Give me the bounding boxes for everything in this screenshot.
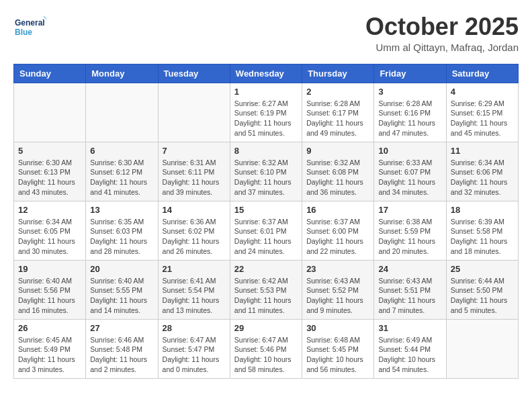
day-info: Sunrise: 6:43 AM Sunset: 5:52 PM Dayligh… <box>306 276 369 316</box>
day-info: Sunrise: 6:40 AM Sunset: 5:55 PM Dayligh… <box>90 276 153 316</box>
day-info: Sunrise: 6:31 AM Sunset: 6:11 PM Dayligh… <box>163 158 226 197</box>
weekday-header: Friday <box>374 64 446 83</box>
day-number: 27 <box>90 323 153 333</box>
day-info: Sunrise: 6:35 AM Sunset: 6:03 PM Dayligh… <box>90 217 153 257</box>
calendar-cell: 14Sunrise: 6:36 AM Sunset: 6:02 PM Dayli… <box>158 201 230 260</box>
calendar-cell: 21Sunrise: 6:41 AM Sunset: 5:54 PM Dayli… <box>158 260 230 319</box>
day-info: Sunrise: 6:46 AM Sunset: 5:48 PM Dayligh… <box>90 335 153 375</box>
day-number: 7 <box>163 146 226 156</box>
day-info: Sunrise: 6:45 AM Sunset: 5:49 PM Dayligh… <box>18 335 81 375</box>
calendar-cell: 20Sunrise: 6:40 AM Sunset: 5:55 PM Dayli… <box>86 260 158 319</box>
day-number: 20 <box>90 264 153 274</box>
day-number: 18 <box>451 205 514 215</box>
calendar-cell <box>86 83 158 142</box>
day-number: 31 <box>378 323 441 333</box>
calendar-cell <box>14 83 86 142</box>
weekday-header-row: SundayMondayTuesdayWednesdayThursdayFrid… <box>14 64 519 83</box>
calendar-cell: 9Sunrise: 6:32 AM Sunset: 6:08 PM Daylig… <box>302 142 374 201</box>
calendar-cell: 6Sunrise: 6:30 AM Sunset: 6:12 PM Daylig… <box>86 142 158 201</box>
calendar-cell: 3Sunrise: 6:28 AM Sunset: 6:16 PM Daylig… <box>374 83 446 142</box>
calendar-cell: 15Sunrise: 6:37 AM Sunset: 6:01 PM Dayli… <box>230 201 302 260</box>
weekday-header: Saturday <box>446 64 518 83</box>
day-info: Sunrise: 6:36 AM Sunset: 6:02 PM Dayligh… <box>163 217 226 257</box>
weekday-header: Tuesday <box>158 64 230 83</box>
calendar-week-row: 26Sunrise: 6:45 AM Sunset: 5:49 PM Dayli… <box>14 319 519 378</box>
day-info: Sunrise: 6:42 AM Sunset: 5:53 PM Dayligh… <box>234 276 298 316</box>
day-number: 1 <box>234 87 298 97</box>
calendar-cell: 4Sunrise: 6:29 AM Sunset: 6:15 PM Daylig… <box>446 83 518 142</box>
day-info: Sunrise: 6:30 AM Sunset: 6:12 PM Dayligh… <box>90 158 153 197</box>
location-title: Umm al Qittayn, Mafraq, Jordan <box>365 42 519 53</box>
day-info: Sunrise: 6:34 AM Sunset: 6:05 PM Dayligh… <box>18 217 81 257</box>
calendar-cell: 10Sunrise: 6:33 AM Sunset: 6:07 PM Dayli… <box>374 142 446 201</box>
calendar-cell: 8Sunrise: 6:32 AM Sunset: 6:10 PM Daylig… <box>230 142 302 201</box>
calendar-cell: 31Sunrise: 6:49 AM Sunset: 5:44 PM Dayli… <box>374 319 446 378</box>
day-info: Sunrise: 6:38 AM Sunset: 5:59 PM Dayligh… <box>378 217 441 257</box>
day-info: Sunrise: 6:27 AM Sunset: 6:19 PM Dayligh… <box>234 99 298 138</box>
day-info: Sunrise: 6:39 AM Sunset: 5:58 PM Dayligh… <box>451 217 514 257</box>
weekday-header: Wednesday <box>230 64 302 83</box>
day-info: Sunrise: 6:41 AM Sunset: 5:54 PM Dayligh… <box>163 276 226 316</box>
day-number: 16 <box>306 205 369 215</box>
calendar-cell: 19Sunrise: 6:40 AM Sunset: 5:56 PM Dayli… <box>14 260 86 319</box>
calendar-week-row: 1Sunrise: 6:27 AM Sunset: 6:19 PM Daylig… <box>14 83 519 142</box>
calendar-cell: 1Sunrise: 6:27 AM Sunset: 6:19 PM Daylig… <box>230 83 302 142</box>
day-number: 17 <box>378 205 441 215</box>
calendar-cell: 7Sunrise: 6:31 AM Sunset: 6:11 PM Daylig… <box>158 142 230 201</box>
day-info: Sunrise: 6:40 AM Sunset: 5:56 PM Dayligh… <box>18 276 81 316</box>
weekday-header: Thursday <box>302 64 374 83</box>
day-info: Sunrise: 6:49 AM Sunset: 5:44 PM Dayligh… <box>378 335 441 375</box>
day-number: 10 <box>378 146 441 156</box>
calendar-cell: 28Sunrise: 6:47 AM Sunset: 5:47 PM Dayli… <box>158 319 230 378</box>
day-info: Sunrise: 6:44 AM Sunset: 5:50 PM Dayligh… <box>451 276 514 316</box>
svg-text:General: General <box>15 18 45 28</box>
calendar-week-row: 19Sunrise: 6:40 AM Sunset: 5:56 PM Dayli… <box>14 260 519 319</box>
day-info: Sunrise: 6:34 AM Sunset: 6:06 PM Dayligh… <box>451 158 514 197</box>
day-number: 9 <box>306 146 369 156</box>
day-info: Sunrise: 6:30 AM Sunset: 6:13 PM Dayligh… <box>18 158 81 197</box>
day-info: Sunrise: 6:37 AM Sunset: 6:01 PM Dayligh… <box>234 217 298 257</box>
calendar-cell: 12Sunrise: 6:34 AM Sunset: 6:05 PM Dayli… <box>14 201 86 260</box>
calendar-cell: 18Sunrise: 6:39 AM Sunset: 5:58 PM Dayli… <box>446 201 518 260</box>
day-number: 4 <box>451 87 514 97</box>
day-number: 26 <box>18 323 81 333</box>
calendar-cell: 25Sunrise: 6:44 AM Sunset: 5:50 PM Dayli… <box>446 260 518 319</box>
day-number: 15 <box>234 205 298 215</box>
day-number: 5 <box>18 146 81 156</box>
calendar-cell: 13Sunrise: 6:35 AM Sunset: 6:03 PM Dayli… <box>86 201 158 260</box>
calendar-cell: 27Sunrise: 6:46 AM Sunset: 5:48 PM Dayli… <box>86 319 158 378</box>
svg-text:Blue: Blue <box>15 28 32 37</box>
day-number: 8 <box>234 146 298 156</box>
calendar-cell: 22Sunrise: 6:42 AM Sunset: 5:53 PM Dayli… <box>230 260 302 319</box>
day-info: Sunrise: 6:32 AM Sunset: 6:10 PM Dayligh… <box>234 158 298 197</box>
day-number: 30 <box>306 323 369 333</box>
day-info: Sunrise: 6:37 AM Sunset: 6:00 PM Dayligh… <box>306 217 369 257</box>
title-section: October 2025 Umm al Qittayn, Mafraq, Jor… <box>365 13 519 53</box>
day-info: Sunrise: 6:43 AM Sunset: 5:51 PM Dayligh… <box>378 276 441 316</box>
logo: General Blue <box>13 13 47 44</box>
calendar-cell <box>446 319 518 378</box>
calendar-cell: 24Sunrise: 6:43 AM Sunset: 5:51 PM Dayli… <box>374 260 446 319</box>
day-number: 21 <box>163 264 226 274</box>
calendar-cell: 26Sunrise: 6:45 AM Sunset: 5:49 PM Dayli… <box>14 319 86 378</box>
calendar-week-row: 5Sunrise: 6:30 AM Sunset: 6:13 PM Daylig… <box>14 142 519 201</box>
day-info: Sunrise: 6:32 AM Sunset: 6:08 PM Dayligh… <box>306 158 369 197</box>
day-number: 6 <box>90 146 153 156</box>
day-number: 23 <box>306 264 369 274</box>
calendar-cell: 11Sunrise: 6:34 AM Sunset: 6:06 PM Dayli… <box>446 142 518 201</box>
day-number: 25 <box>451 264 514 274</box>
day-number: 12 <box>18 205 81 215</box>
day-number: 28 <box>163 323 226 333</box>
day-number: 22 <box>234 264 298 274</box>
day-info: Sunrise: 6:28 AM Sunset: 6:16 PM Dayligh… <box>378 99 441 138</box>
day-number: 3 <box>378 87 441 97</box>
day-info: Sunrise: 6:29 AM Sunset: 6:15 PM Dayligh… <box>451 99 514 138</box>
day-info: Sunrise: 6:28 AM Sunset: 6:17 PM Dayligh… <box>306 99 369 138</box>
day-number: 11 <box>451 146 514 156</box>
calendar-cell <box>158 83 230 142</box>
day-number: 2 <box>306 87 369 97</box>
day-number: 29 <box>234 323 298 333</box>
day-number: 19 <box>18 264 81 274</box>
day-info: Sunrise: 6:48 AM Sunset: 5:45 PM Dayligh… <box>306 335 369 375</box>
logo-icon: General Blue <box>13 13 47 44</box>
